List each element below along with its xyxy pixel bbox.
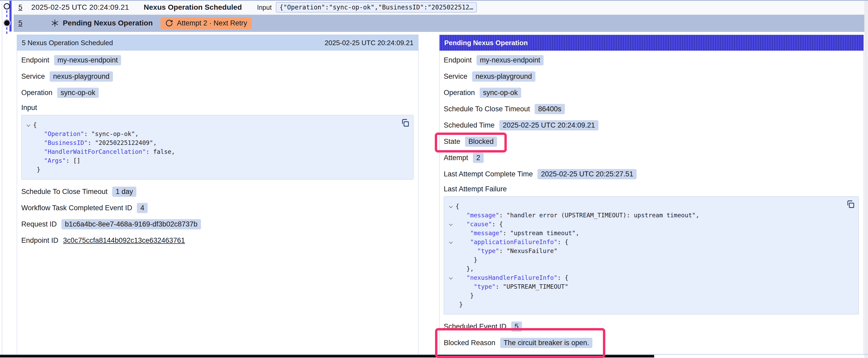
field-value-service[interactable]: nexus-playground xyxy=(472,71,535,82)
code-text: "message": "handler error (UPSTREAM_TIME… xyxy=(456,211,699,220)
code-gutter xyxy=(446,300,456,309)
code-gutter xyxy=(24,165,33,174)
field-label-attempt: Attempt xyxy=(444,154,468,162)
event-row-nexus-operation-scheduled[interactable]: 5 2025-02-25 UTC 20:24:09.21 Nexus Opera… xyxy=(14,1,864,14)
last-attempt-failure-label: Last Attempt Failure xyxy=(444,185,859,193)
panel-title: 5 Nexus Operation Scheduled xyxy=(22,39,113,47)
field-value-schedule-to-close-timeout[interactable]: 1 day xyxy=(112,187,136,197)
field-row-operation: Operationsync-op-ok xyxy=(21,88,413,98)
field-row-last-attempt-complete-time: Last Attempt Complete Time2025-02-25 UTC… xyxy=(444,169,859,180)
input-preview-chip[interactable]: {"Operation":"sync-op-ok","BusinessID":"… xyxy=(276,2,477,12)
code-gutter xyxy=(24,156,33,165)
field-value-scheduled-time[interactable]: 2025-02-25 UTC 20:24:09.21 xyxy=(499,120,598,130)
code-text: "message": "upstream timeout", xyxy=(456,229,579,237)
code-line: "type": "NexusFailure" xyxy=(446,247,854,255)
code-text: "type": "NexusFailure" xyxy=(456,247,557,255)
retry-attempt-badge: Attempt 2 · Next Retry xyxy=(160,17,252,29)
field-label-service: Service xyxy=(21,72,45,80)
code-gutter xyxy=(446,273,456,282)
code-text: }, xyxy=(456,264,474,273)
container-bottom-border xyxy=(0,354,868,355)
collapse-chevron-icon[interactable] xyxy=(449,240,453,244)
field-row-service: Servicenexus-playground xyxy=(21,71,413,82)
copy-icon[interactable] xyxy=(401,118,409,127)
field-row-service: Servicenexus-playground xyxy=(444,71,859,82)
annotation-highlight-state xyxy=(435,133,507,153)
code-gutter xyxy=(24,138,33,147)
code-line: "message": "upstream timeout", xyxy=(446,229,854,237)
event-id-link[interactable]: 5 xyxy=(19,19,22,27)
field-label-endpoint: Endpoint xyxy=(21,56,50,64)
input-label: Input xyxy=(257,4,272,11)
code-gutter xyxy=(24,147,33,156)
field-row-attempt: Attempt2 xyxy=(444,153,859,163)
code-gutter xyxy=(24,129,33,138)
code-line: "nexusHandlerFailureInfo": { xyxy=(446,273,854,282)
code-gutter xyxy=(446,255,456,264)
field-row-operation: Operationsync-op-ok xyxy=(444,88,859,98)
code-text: } xyxy=(456,255,477,264)
scrollbar-track[interactable] xyxy=(865,1,868,358)
code-line: "cause": { xyxy=(446,220,854,229)
field-value-operation[interactable]: sync-op-ok xyxy=(57,88,99,98)
event-title: Pending Nexus Operation xyxy=(63,19,153,27)
code-gutter xyxy=(446,220,456,229)
code-gutter xyxy=(446,247,456,255)
timeline-node-open-icon xyxy=(4,3,10,9)
field-label-operation: Operation xyxy=(444,89,475,97)
collapse-chevron-icon[interactable] xyxy=(449,204,453,208)
field-value-endpoint-id[interactable]: 3c0c75ccfa8144b092c13ce632463761 xyxy=(63,236,185,245)
left-border xyxy=(2,0,2,355)
field-row-request-id: Request IDb1c6a4bc-8ee7-468a-9169-df3b02… xyxy=(21,219,413,230)
panel-header-pending: Pending Nexus Operation xyxy=(439,35,864,51)
event-title: Nexus Operation Scheduled xyxy=(144,3,242,11)
retry-badge-label: Attempt 2 · Next Retry xyxy=(177,19,247,27)
code-text: } xyxy=(456,300,463,309)
field-row-scheduled-time: Scheduled Time2025-02-25 UTC 20:24:09.21 xyxy=(444,120,859,131)
field-value-service[interactable]: nexus-playground xyxy=(50,71,113,82)
code-text: "Args": [] xyxy=(33,156,81,165)
collapse-chevron-icon[interactable] xyxy=(449,222,453,226)
field-value-attempt[interactable]: 2 xyxy=(473,153,484,163)
field-value-operation[interactable]: sync-op-ok xyxy=(480,88,521,98)
field-label-schedule-to-close-timeout: Schedule To Close Timeout xyxy=(21,188,107,196)
field-value-request-id[interactable]: b1c6a4bc-8ee7-468a-9169-df3b02c8737b xyxy=(61,219,201,229)
field-label-operation: Operation xyxy=(21,89,53,97)
code-text: } xyxy=(33,165,40,174)
failure-code-block: { "message": "handler error (UPSTREAM_TI… xyxy=(444,196,859,315)
panel-pending-nexus-operation: Pending Nexus Operation Endpointmy-nexus… xyxy=(439,35,864,355)
code-gutter xyxy=(446,237,456,247)
code-text: } xyxy=(456,291,474,300)
code-gutter xyxy=(446,202,456,211)
code-line: { xyxy=(24,121,408,129)
event-id-link[interactable]: 5 xyxy=(19,3,22,11)
field-value-endpoint[interactable]: my-nexus-endpoint xyxy=(54,55,121,65)
panel-title: Pending Nexus Operation xyxy=(444,39,528,47)
field-value-last-attempt-complete-time[interactable]: 2025-02-25 UTC 20:25:27.51 xyxy=(537,169,637,179)
field-row-schedule-to-close-timeout: Schedule To Close Timeout86400s xyxy=(444,104,859,115)
code-gutter xyxy=(446,282,456,291)
field-label-request-id: Request ID xyxy=(21,220,57,228)
field-value-endpoint[interactable]: my-nexus-endpoint xyxy=(476,55,544,65)
panel-body: Endpointmy-nexus-endpointServicenexus-pl… xyxy=(17,51,418,246)
event-row-pending-nexus-operation[interactable]: 5 Pending Nexus Operation Attempt 2 · Ne… xyxy=(14,15,864,32)
panel-header: 5 Nexus Operation Scheduled 2025-02-25 U… xyxy=(17,35,418,51)
field-value-workflow-task-completed-event-id[interactable]: 4 xyxy=(137,203,148,213)
code-gutter xyxy=(446,264,456,273)
code-text: { xyxy=(33,121,37,129)
temporal-event-history-screen: 5 2025-02-25 UTC 20:24:09.21 Nexus Opera… xyxy=(0,0,868,358)
collapse-chevron-icon[interactable] xyxy=(449,276,453,280)
field-label-endpoint: Endpoint xyxy=(444,56,472,64)
panel-body: Endpointmy-nexus-endpointServicenexus-pl… xyxy=(439,51,864,348)
code-line: } xyxy=(446,291,854,300)
copy-icon[interactable] xyxy=(846,200,855,209)
collapse-chevron-icon[interactable] xyxy=(27,123,30,127)
code-line: "Operation": "sync-op-ok", xyxy=(24,129,408,138)
code-text: "HandlerWaitForCancellation": false, xyxy=(33,147,175,156)
field-row-endpoint: Endpointmy-nexus-endpoint xyxy=(21,55,413,66)
code-line: } xyxy=(446,255,854,264)
field-label-service: Service xyxy=(444,72,467,80)
event-timestamp: 2025-02-25 UTC 20:24:09.21 xyxy=(31,3,129,11)
field-value-schedule-to-close-timeout[interactable]: 86400s xyxy=(535,104,565,114)
input-code-block: { "Operation": "sync-op-ok", "BusinessID… xyxy=(21,115,413,180)
